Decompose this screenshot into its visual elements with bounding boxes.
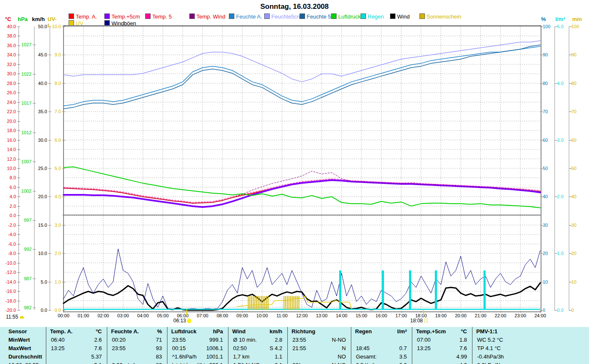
table-cell-value: 71: [107, 337, 162, 343]
table-cell-value: 0.0: [351, 362, 407, 364]
table-cell: TP 4.1 °C: [477, 345, 501, 352]
table-header-unit: %: [107, 328, 162, 335]
table-cell-value: 83: [107, 362, 162, 364]
table-cell-value: 83: [107, 353, 162, 360]
table-cell-value: 3.5: [351, 353, 407, 360]
table-cell-value: 4.99: [412, 353, 467, 360]
sunrise-marker: [186, 309, 187, 316]
table-cell-value: 2.6: [46, 337, 102, 343]
moon-icon: [20, 316, 24, 319]
table-cell-value: 1001.1: [167, 353, 223, 360]
table-cell-value: N-NO: [287, 362, 346, 364]
table-row-label: Durchschnitt: [8, 353, 42, 360]
series-windboeen: [64, 249, 540, 309]
table-cell-value: 0.7: [351, 345, 407, 352]
table-cell-value: 5.1: [46, 362, 102, 364]
table-cell-value: 1.1: [228, 353, 282, 360]
statistics-table: SensorTemp. A.°CFeuchte A.%LuftdruckhPaW…: [0, 327, 589, 364]
table-cell-value: N: [287, 345, 346, 352]
table-header-unit: °C: [412, 328, 467, 335]
table-cell-value: 2.8: [228, 337, 282, 343]
table-cell-value: 5.37: [46, 353, 102, 360]
table-row-label: 16.03. 23:55: [8, 362, 39, 364]
table-header-5: Richtung: [292, 328, 315, 335]
table-cell-value: 1006.1: [167, 345, 223, 352]
series-feuchte_a: [64, 46, 540, 106]
table-cell-value: S 4.2: [228, 345, 282, 352]
table-header-unit: l/m²: [351, 328, 407, 335]
chart-plot: [0, 0, 589, 364]
table-cell-value: 1.8: [412, 337, 467, 343]
table-cell-value: 7.6: [412, 345, 467, 352]
table-cell-value: 999.1: [167, 362, 223, 364]
table-cell-value: N-NO: [287, 337, 346, 343]
table-cell-value: 4.9: [412, 362, 467, 364]
table-header-unit: °C: [46, 328, 102, 335]
table-row-label: MinWert: [8, 337, 30, 343]
series-temp_5cm: [64, 180, 540, 207]
table-cell-value: 999.1: [167, 337, 223, 343]
table-cell: 0.0hPa/1h: [477, 362, 502, 364]
sunset-icon: [424, 319, 428, 322]
sunset-marker: [423, 309, 424, 316]
table-cell-value: 0.1: [228, 362, 282, 364]
table-header-sensor: Sensor: [8, 328, 27, 335]
weather-app-window: { "window": { "title": "Sonntag, 16.03.2…: [0, 0, 589, 364]
sunset-time: 18:08: [410, 318, 428, 324]
table-row-label: MaxWert: [8, 345, 31, 352]
table-column-divider: [472, 327, 472, 364]
table-cell: -0.4hPa/3h: [477, 353, 504, 360]
table-cell-value: NO: [287, 353, 346, 360]
table-header-unit: hPa: [167, 328, 223, 335]
sunrise-time: 06:13: [173, 318, 191, 324]
moonrise-time: 11:55: [6, 314, 24, 320]
sun-icon: [187, 319, 191, 323]
table-cell-value: 93: [107, 345, 162, 352]
table-header-8: PMV-1:1: [476, 328, 498, 335]
table-cell: WC 5.2 °C: [477, 337, 503, 343]
table-cell-value: 7.6: [46, 345, 102, 352]
table-header-unit: km/h: [228, 328, 282, 335]
